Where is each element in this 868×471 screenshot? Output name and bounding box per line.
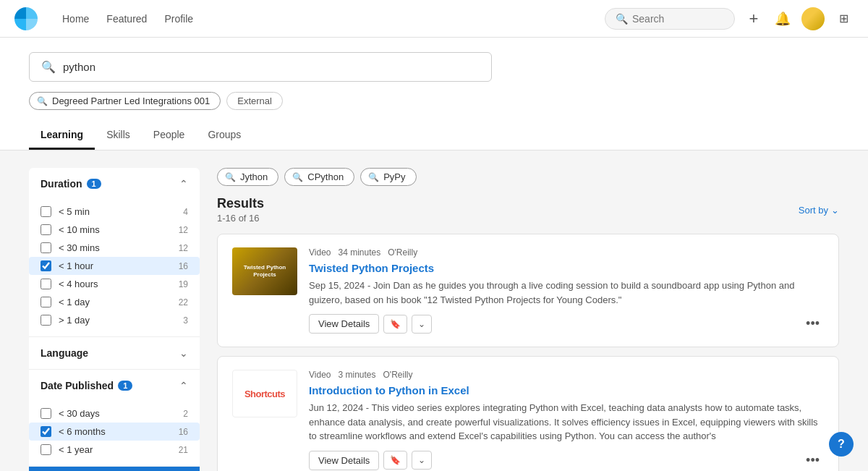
checkbox-4hours[interactable] <box>41 279 51 289</box>
card-title-shortcuts[interactable]: Introduction to Python in Excel <box>309 384 824 396</box>
view-details-button-1[interactable]: View Details <box>309 314 379 334</box>
filter-item-6months[interactable]: < 6 months 16 <box>29 423 200 441</box>
filter-item-30days[interactable]: < 30 days 2 <box>29 404 200 423</box>
date-badge: 1 <box>118 381 132 391</box>
thumbnail-twisted: Twisted Python Projects <box>232 247 297 295</box>
tag-cpython[interactable]: 🔍 CPython <box>284 168 354 186</box>
filter-item-gt1day[interactable]: > 1 day 3 <box>29 311 200 329</box>
date-items: < 30 days 2 < 6 months 16 < 1 year 21 <box>29 402 200 466</box>
result-card-twisted: Twisted Python Projects Video 34 minutes… <box>217 234 839 347</box>
navbar: Home Featured Profile 🔍 + 🔔 ⊞ <box>0 0 868 38</box>
more-button-2[interactable]: ••• <box>801 451 824 470</box>
checkbox-1year[interactable] <box>41 444 51 455</box>
avatar[interactable] <box>801 7 825 30</box>
shortcuts-logo: Shortcuts <box>244 389 285 399</box>
filter-title-date: Date Published 1 <box>41 380 132 391</box>
checkbox-10mins[interactable] <box>41 224 51 235</box>
result-card-shortcuts: Shortcuts Video 3 minutes O'Reilly Intro… <box>217 356 839 471</box>
filter-item-30mins[interactable]: < 30 mins 12 <box>29 239 200 257</box>
results-header: Results 1-16 of 16 Sort by ⌄ <box>217 196 839 224</box>
card-title-twisted[interactable]: Twisted Python Projects <box>309 262 824 274</box>
filter-header-duration[interactable]: Duration 1 ⌃ <box>29 168 200 200</box>
filter-section-date: Date Published 1 ⌃ < 30 days 2 < 6 month… <box>29 370 200 467</box>
nav-home[interactable]: Home <box>55 9 96 29</box>
add-icon[interactable]: + <box>744 9 764 29</box>
results-area: 🔍 Jython 🔍 CPython 🔍 PyPy Results 1-16 o… <box>217 168 839 471</box>
card-body-twisted: Video 34 minutes O'Reilly Twisted Python… <box>309 247 824 334</box>
card-actions-shortcuts: View Details 🔖 ⌄ ••• <box>309 451 824 470</box>
chevron-down-icon: ⌄ <box>179 347 188 359</box>
help-button[interactable]: ? <box>829 432 854 457</box>
filter-section-language: Language ⌄ <box>29 337 200 370</box>
results-title-group: Results 1-16 of 16 <box>217 196 264 224</box>
card-type-1: Video <box>309 247 331 258</box>
card-provider-1: O'Reilly <box>388 247 417 258</box>
filter-tag-partner[interactable]: 🔍 Degreed Partner Led Integrations 001 <box>29 92 221 110</box>
chevron-up-icon: ⌃ <box>179 178 188 190</box>
checkbox-5min[interactable] <box>41 206 51 217</box>
results-title: Results <box>217 196 264 211</box>
tab-people[interactable]: People <box>142 122 197 150</box>
sort-by-button[interactable]: Sort by ⌄ <box>799 205 839 216</box>
sidebar: Duration 1 ⌃ < 5 min 4 < 10 mins 12 <box>29 168 200 471</box>
tab-groups[interactable]: Groups <box>196 122 252 150</box>
dropdown-button-2[interactable]: ⌄ <box>412 451 432 470</box>
filter-header-language[interactable]: Language ⌄ <box>29 337 200 369</box>
dropdown-button-1[interactable]: ⌄ <box>412 315 432 334</box>
card-desc-shortcuts: Jun 12, 2024 - This video series explore… <box>309 401 824 444</box>
filter-section-duration: Duration 1 ⌃ < 5 min 4 < 10 mins 12 <box>29 168 200 337</box>
tag-jython[interactable]: 🔍 Jython <box>217 168 278 186</box>
filter-tag-external[interactable]: External <box>226 92 283 110</box>
card-body-shortcuts: Video 3 minutes O'Reilly Introduction to… <box>309 370 824 470</box>
card-duration-2: 3 minutes <box>338 370 375 380</box>
search-input-wrap[interactable]: 🔍 <box>29 52 492 82</box>
card-actions-twisted: View Details 🔖 ⌄ ••• <box>309 314 824 334</box>
filter-tag-icon: 🔍 <box>37 96 48 106</box>
tab-skills[interactable]: Skills <box>95 122 142 150</box>
filter-tags: 🔍 Degreed Partner Led Integrations 001 E… <box>29 92 839 110</box>
reset-filters-button[interactable]: Reset Filters (4) <box>29 467 200 471</box>
tab-learning[interactable]: Learning <box>29 122 95 150</box>
nav-search-input[interactable] <box>632 13 724 25</box>
checkbox-1hour[interactable] <box>41 260 51 271</box>
bookmark-button-1[interactable]: 🔖 <box>383 315 407 334</box>
thumbnail-shortcuts: Shortcuts <box>232 370 297 417</box>
jython-search-icon: 🔍 <box>225 172 236 182</box>
filter-item-5min[interactable]: < 5 min 4 <box>29 203 200 221</box>
more-button-1[interactable]: ••• <box>801 315 824 333</box>
filter-item-1hour[interactable]: < 1 hour 16 <box>29 257 200 275</box>
bell-icon[interactable]: 🔔 <box>773 9 793 29</box>
filter-item-1year[interactable]: < 1 year 21 <box>29 441 200 459</box>
duration-items: < 5 min 4 < 10 mins 12 < 30 mins 12 < 1 … <box>29 200 200 336</box>
view-details-button-2[interactable]: View Details <box>309 451 379 470</box>
checkbox-30days[interactable] <box>41 408 51 419</box>
bookmark-button-2[interactable]: 🔖 <box>383 451 407 470</box>
filter-tag-label: Degreed Partner Led Integrations 001 <box>52 96 210 106</box>
filter-item-4hours[interactable]: < 4 hours 19 <box>29 275 200 293</box>
nav-search-bar[interactable]: 🔍 <box>605 8 735 30</box>
search-hero-input[interactable] <box>63 61 480 73</box>
logo[interactable] <box>14 7 38 30</box>
nav-featured[interactable]: Featured <box>99 9 154 29</box>
nav-links: Home Featured Profile <box>55 9 200 29</box>
tag-pypy[interactable]: 🔍 PyPy <box>360 168 416 186</box>
checkbox-1day[interactable] <box>41 297 51 307</box>
sort-chevron-icon: ⌄ <box>831 205 839 216</box>
search-hero-icon: 🔍 <box>41 60 56 74</box>
active-filter-tags: 🔍 Jython 🔍 CPython 🔍 PyPy <box>217 168 839 186</box>
checkbox-30mins[interactable] <box>41 242 51 253</box>
nav-profile[interactable]: Profile <box>157 9 200 29</box>
filter-title-duration: Duration 1 <box>41 178 101 190</box>
card-meta-shortcuts: Video 3 minutes O'Reilly <box>309 370 824 380</box>
card-duration-1: 34 minutes <box>338 247 380 258</box>
checkbox-gt1day[interactable] <box>41 315 51 326</box>
apps-icon[interactable]: ⊞ <box>833 9 854 29</box>
pypy-search-icon: 🔍 <box>368 172 379 182</box>
card-meta-twisted: Video 34 minutes O'Reilly <box>309 247 824 258</box>
search-hero: 🔍 🔍 Degreed Partner Led Integrations 001… <box>0 38 868 150</box>
filter-header-date[interactable]: Date Published 1 ⌃ <box>29 370 200 402</box>
checkbox-6months[interactable] <box>41 426 51 437</box>
filter-item-1day[interactable]: < 1 day 22 <box>29 293 200 311</box>
filter-item-10mins[interactable]: < 10 mins 12 <box>29 221 200 239</box>
tabs: Learning Skills People Groups <box>29 122 839 150</box>
